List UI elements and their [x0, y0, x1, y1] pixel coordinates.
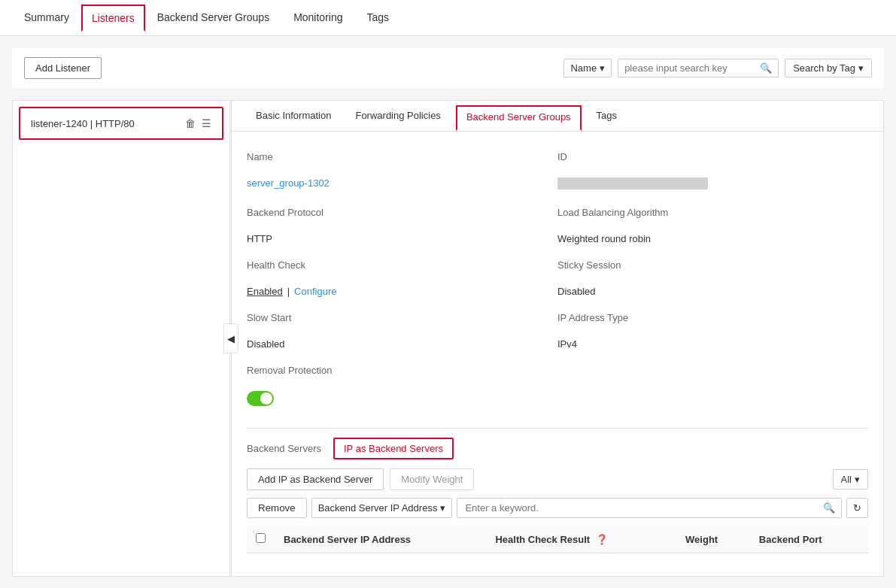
health-check-enabled: Enabled: [247, 286, 283, 297]
refresh-button[interactable]: ↻: [846, 498, 868, 518]
separator: |: [287, 286, 290, 297]
search-by-tag-button[interactable]: Search by Tag ▾: [785, 59, 872, 77]
backend-server-table: Backend Server IP Address Health Check R…: [247, 526, 868, 577]
keyword-input[interactable]: [457, 499, 817, 517]
slow-start-value: Disabled: [247, 331, 557, 357]
action-bar: Add IP as Backend Server Modify Weight A…: [247, 468, 868, 490]
health-check-help-icon[interactable]: ❓: [596, 534, 608, 545]
keyword-search-icon[interactable]: 🔍: [817, 499, 841, 517]
backend-servers-label: Backend Servers: [247, 443, 321, 454]
chevron-down-all: ▾: [855, 474, 860, 485]
collapse-icon: ◀: [227, 333, 235, 344]
toolbar-right: Name ▾ 🔍 Search by Tag ▾: [563, 59, 872, 77]
id-value: [557, 170, 868, 199]
table-header-checkbox: [247, 526, 275, 553]
removal-protection-empty: [557, 357, 868, 383]
panel-layout: listener-1240 | HTTP/80 🗑 ☰ ◀ Basic Info…: [12, 100, 884, 577]
nav-backend-server-groups[interactable]: Backend Server Groups: [145, 1, 281, 35]
load-balancing-label: Load Balancing Algorithm: [557, 199, 868, 226]
removal-protection-right-empty: [557, 383, 868, 416]
search-by-tag-label: Search by Tag: [793, 62, 855, 74]
load-balancing-value: Weighted round robin: [557, 226, 868, 252]
id-label: ID: [557, 144, 868, 170]
tab-forwarding-policies[interactable]: Forwarding Policies: [343, 101, 452, 132]
all-label: All: [841, 474, 852, 485]
chevron-down-filter: ▾: [440, 502, 445, 514]
keyword-input-wrap: 🔍: [457, 498, 842, 518]
name-value: server_group-1302: [247, 170, 557, 199]
info-grid: Name ID server_group-1302 Backend Protoc…: [247, 144, 868, 416]
listener-actions: 🗑 ☰: [185, 117, 211, 129]
add-listener-button[interactable]: Add Listener: [24, 57, 102, 79]
toolbar: Add Listener Name ▾ 🔍 Search by Tag ▾: [12, 48, 884, 88]
search-field-label: Backend Server IP Address: [318, 502, 438, 514]
separator: [247, 428, 868, 429]
ip-as-backend-tab[interactable]: IP as Backend Servers: [333, 438, 454, 459]
top-navigation: Summary Listeners Backend Server Groups …: [0, 0, 896, 36]
search-name-label: Name: [570, 62, 597, 74]
add-ip-backend-server-button[interactable]: Add IP as Backend Server: [247, 468, 384, 490]
removal-protection-toggle[interactable]: [247, 391, 274, 406]
col-backend-port: Backend Port: [750, 526, 868, 553]
select-all-checkbox[interactable]: [256, 533, 266, 543]
nav-tags[interactable]: Tags: [355, 1, 402, 35]
nav-monitoring[interactable]: Monitoring: [281, 1, 354, 35]
nav-summary[interactable]: Summary: [12, 1, 81, 35]
col-weight: Weight: [676, 526, 750, 553]
search-icon[interactable]: 🔍: [754, 59, 778, 77]
listener-name: listener-1240 | HTTP/80: [31, 118, 185, 129]
collapse-panel-button[interactable]: ◀: [223, 323, 238, 353]
search-input[interactable]: [618, 59, 754, 77]
action-bar-right: All ▾: [833, 469, 868, 489]
toggle-knob: [260, 393, 272, 405]
search-input-wrap: 🔍: [618, 59, 779, 77]
col-health-check: Health Check Result ❓: [486, 526, 676, 553]
chevron-down-icon: ▾: [600, 62, 605, 74]
menu-icon[interactable]: ☰: [202, 117, 211, 129]
tab-backend-server-groups[interactable]: Backend Server Groups: [456, 105, 582, 131]
detail-tabs: Basic Information Forwarding Policies Ba…: [232, 101, 883, 132]
modify-weight-button[interactable]: Modify Weight: [390, 468, 474, 490]
empty-state: ! No data available.: [256, 561, 859, 577]
filter-bar: Remove Backend Server IP Address ▾ 🔍 ↻: [247, 498, 868, 518]
ip-address-type-value: IPv4: [557, 331, 868, 357]
backend-servers-header: Backend Servers IP as Backend Servers: [247, 438, 868, 459]
configure-link[interactable]: Configure: [294, 286, 336, 297]
removal-protection-label: Removal Protection: [247, 357, 557, 383]
detail-content: Name ID server_group-1302 Backend Protoc…: [232, 132, 883, 577]
main-content: Add Listener Name ▾ 🔍 Search by Tag ▾ li…: [0, 36, 896, 588]
listener-item[interactable]: listener-1240 | HTTP/80 🗑 ☰: [19, 107, 223, 140]
backend-protocol-value: HTTP: [247, 226, 557, 252]
right-panel: Basic Information Forwarding Policies Ba…: [231, 100, 884, 577]
refresh-icon: ↻: [853, 502, 861, 514]
all-filter-select[interactable]: All ▾: [833, 469, 868, 489]
remove-button[interactable]: Remove: [247, 498, 307, 518]
chevron-down-icon-tag: ▾: [858, 62, 864, 74]
name-label: Name: [247, 144, 557, 170]
search-field-select[interactable]: Backend Server IP Address ▾: [311, 498, 453, 518]
removal-protection-value: [247, 383, 557, 416]
nav-listeners[interactable]: Listeners: [81, 5, 145, 32]
tab-tags[interactable]: Tags: [585, 101, 629, 132]
sticky-session-value: Disabled: [557, 278, 868, 305]
tab-basic-information[interactable]: Basic Information: [244, 101, 343, 132]
health-check-value: Enabled | Configure: [247, 278, 557, 305]
col-ip-address: Backend Server IP Address: [275, 526, 486, 553]
search-name-select[interactable]: Name ▾: [563, 59, 612, 77]
id-blurred: [557, 177, 708, 189]
sticky-session-label: Sticky Session: [557, 252, 868, 278]
health-check-label: Health Check: [247, 252, 557, 278]
empty-state-row: ! No data available.: [247, 553, 868, 577]
toolbar-left: Add Listener: [24, 57, 563, 79]
ip-address-type-label: IP Address Type: [557, 305, 868, 331]
backend-protocol-label: Backend Protocol: [247, 199, 557, 226]
delete-icon[interactable]: 🗑: [185, 117, 196, 129]
left-panel: listener-1240 | HTTP/80 🗑 ☰ ◀: [12, 100, 230, 577]
slow-start-label: Slow Start: [247, 305, 557, 331]
